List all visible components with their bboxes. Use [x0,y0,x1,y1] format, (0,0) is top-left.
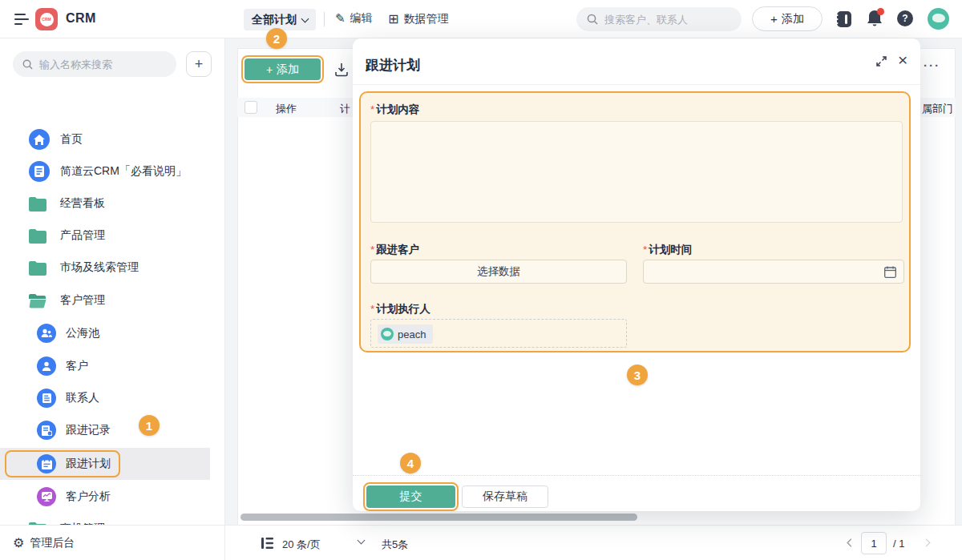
modal-footer-divider [353,475,920,476]
chevron-down-icon[interactable] [358,537,366,545]
modal-title: 跟进计划 [366,56,420,75]
pagination-bar: 20 条/页 共5条 1 / 1 [224,525,962,560]
plan-time-input[interactable] [643,260,904,284]
pencil-icon: ✎ [335,11,346,26]
contact-card-icon [37,389,56,408]
edit-button[interactable]: ✎ 编辑 [335,11,373,26]
users-icon [37,324,56,343]
grid-icon: ⊞ [388,11,398,26]
executor-field-label: *计划执行人 [370,302,430,316]
calendar-icon [884,266,896,278]
table-add-button[interactable]: + 添加 [245,58,321,80]
close-icon[interactable]: × [898,51,907,68]
content-field-label: *计划内容 [370,103,419,117]
next-page-button[interactable] [923,539,931,547]
plus-icon: + [266,63,273,76]
time-field-label: *计划时间 [643,243,692,257]
sidebar-item-public-pool[interactable]: 公海池 [0,317,210,349]
sidebar-item-readme[interactable]: 简道云CRM「必看说明」 [0,155,210,187]
download-icon[interactable] [334,62,349,77]
sidebar-item-customer-mgmt[interactable]: 客户管理 [0,284,210,316]
column-header-dept: 属部门 [922,102,953,116]
sidebar-item-contacts[interactable]: 联系人 [0,382,210,414]
brand-title: CRM [66,11,96,26]
sidebar-item-followup-plans[interactable]: 跟进计划 [0,448,210,480]
chart-icon [37,487,56,506]
sidebar: + 首页 简道云CRM「必看说明」 经营看板 产品管理 市场及线索管理 客户管理 [0,38,224,525]
followup-plan-modal: 跟进计划 × *计划内容 *跟进客户 选择数据 *计划时间 *计划执行人 [353,38,920,511]
total-count: 共5条 [382,538,408,552]
sidebar-item-home[interactable]: 首页 [0,123,210,155]
expand-icon[interactable] [875,55,887,67]
plan-content-textarea[interactable] [370,121,903,223]
sidebar-item-customers[interactable]: 客户 [0,350,210,382]
user-avatar[interactable] [928,8,949,30]
select-data-button[interactable]: 选择数据 [370,260,627,284]
divider [324,12,325,26]
data-manage-button[interactable]: ⊞ 数据管理 [388,11,448,26]
step-badge-4: 4 [400,453,421,473]
user-icon [37,357,56,376]
sidebar-item-dashboard[interactable]: 经营看板 [0,187,210,220]
column-header-action: 操作 [276,102,297,116]
record-icon [37,421,56,440]
help-icon[interactable]: ? [897,10,913,26]
sidebar-divider [224,38,225,560]
current-page-input[interactable]: 1 [861,532,887,554]
sidebar-search[interactable] [13,51,176,77]
app-window: CRM CRM 全部计划 ✎ 编辑 ⊞ 数据管理 + 添加 [0,0,962,560]
submit-button[interactable]: 提交 [366,485,455,508]
executor-chip[interactable]: peach [378,324,433,344]
member-avatar [381,328,394,340]
page-total-label: / 1 [893,538,904,550]
menu-icon[interactable] [14,14,29,25]
home-icon [29,129,50,150]
app-logo-icon: CRM [35,8,58,30]
global-search[interactable] [576,7,742,31]
admin-console-button[interactable]: ⚙ 管理后台 [0,525,224,560]
folder-icon [29,196,46,212]
search-icon [587,14,598,25]
more-options-button[interactable]: ··· [924,58,940,72]
view-selector-dropdown[interactable]: 全部计划 [244,9,316,30]
sidebar-item-leads[interactable]: 市场及线索管理 [0,252,210,284]
gear-icon: ⚙ [13,535,24,550]
topbar: CRM CRM 全部计划 ✎ 编辑 ⊞ 数据管理 + 添加 [0,0,962,38]
document-icon [29,161,50,182]
sidebar-add-button[interactable]: + [186,51,212,77]
notification-dot [877,8,884,15]
plus-icon: + [770,12,778,26]
sidebar-item-customer-analysis[interactable]: 客户分析 [0,481,210,513]
executor-field[interactable]: peach [370,319,627,348]
select-all-checkbox[interactable] [245,101,257,114]
prev-page-button[interactable] [847,539,855,547]
sidebar-item-followup-records[interactable]: 跟进记录 [0,414,210,446]
form-highlight-box: *计划内容 *跟进客户 选择数据 *计划时间 *计划执行人 peach [359,91,911,353]
folder-icon [29,260,46,276]
save-draft-button[interactable]: 保存草稿 [462,485,548,508]
sidebar-item-products[interactable]: 产品管理 [0,220,210,252]
global-add-button[interactable]: + 添加 [752,6,823,31]
folder-open-icon [29,293,46,308]
page-size-icon[interactable] [261,538,273,549]
horizontal-scrollbar[interactable] [240,514,637,521]
page-size-value[interactable]: 20 条/页 [282,538,321,552]
chevron-down-icon [301,14,309,22]
step-badge-3: 3 [627,365,648,385]
search-icon [22,59,33,70]
step-badge-1: 1 [139,415,160,436]
notification-bell-icon[interactable] [866,9,885,30]
step-badge-2: 2 [266,28,287,49]
column-header-plan: 计 [340,102,350,116]
notebook-icon[interactable] [835,10,852,28]
global-search-input[interactable] [604,14,725,26]
customer-field-label: *跟进客户 [370,243,419,257]
folder-icon [29,228,46,244]
sidebar-search-input[interactable] [39,58,160,71]
calendar-icon [37,454,56,473]
modal-header-divider [353,84,920,85]
